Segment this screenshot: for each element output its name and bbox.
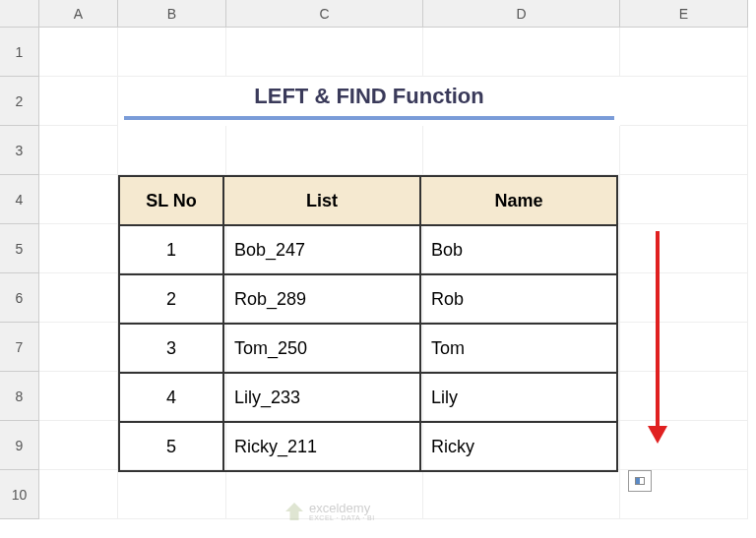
cell-list[interactable]: Lily_233: [223, 373, 420, 422]
cell-d3[interactable]: [423, 126, 620, 175]
header-sl[interactable]: SL No: [119, 176, 223, 225]
cell-d10[interactable]: [423, 470, 620, 519]
cell-b3[interactable]: [118, 126, 226, 175]
cell-c1[interactable]: [226, 28, 423, 77]
col-header-b[interactable]: B: [118, 0, 226, 28]
watermark: exceldemy EXCEL · DATA · BI: [285, 502, 375, 521]
cell-name[interactable]: Bob: [420, 225, 617, 274]
cell-a2[interactable]: [39, 77, 118, 126]
cell-e7[interactable]: [620, 323, 748, 372]
col-header-a[interactable]: A: [39, 0, 118, 28]
cell-c3[interactable]: [226, 126, 423, 175]
arrow-line-icon: [656, 231, 660, 428]
cell-a6[interactable]: [39, 273, 118, 323]
row-header-1[interactable]: 1: [0, 28, 39, 77]
autofill-inner-icon: [635, 477, 645, 485]
cell-a10[interactable]: [39, 470, 118, 519]
cell-e8[interactable]: [620, 372, 748, 421]
row-header-6[interactable]: 6: [0, 273, 39, 323]
row-header-10[interactable]: 10: [0, 470, 39, 519]
row-header-7[interactable]: 7: [0, 323, 39, 372]
row-header-9[interactable]: 9: [0, 421, 39, 470]
col-header-d[interactable]: D: [423, 0, 620, 28]
cell-b1[interactable]: [118, 28, 226, 77]
col-header-c[interactable]: C: [226, 0, 423, 28]
cell-name[interactable]: Lily: [420, 373, 617, 422]
watermark-tagline: EXCEL · DATA · BI: [309, 514, 375, 521]
col-header-e[interactable]: E: [620, 0, 748, 28]
cell-e6[interactable]: [620, 273, 748, 323]
cell-e4[interactable]: [620, 175, 748, 224]
cell-a7[interactable]: [39, 323, 118, 372]
cell-sl[interactable]: 3: [119, 324, 223, 373]
cell-a3[interactable]: [39, 126, 118, 175]
cell-e1[interactable]: [620, 28, 748, 77]
table-header-row: SL No List Name: [119, 176, 617, 225]
cell-name[interactable]: Rob: [420, 274, 617, 324]
corner-header: [0, 0, 39, 28]
cell-b10[interactable]: [118, 470, 226, 519]
cell-list[interactable]: Ricky_211: [223, 422, 420, 471]
table-row: 5 Ricky_211 Ricky: [119, 422, 617, 471]
arrow-head-icon: [648, 426, 667, 444]
cell-e5[interactable]: [620, 224, 748, 273]
table-row: 3 Tom_250 Tom: [119, 324, 617, 373]
table-row: 1 Bob_247 Bob: [119, 225, 617, 274]
data-table: SL No List Name 1 Bob_247 Bob 2 Rob_289 …: [118, 175, 618, 472]
cell-a8[interactable]: [39, 372, 118, 421]
row-header-3[interactable]: 3: [0, 126, 39, 175]
watermark-brand: exceldemy: [309, 502, 375, 514]
cell-name[interactable]: Tom: [420, 324, 617, 373]
cell-sl[interactable]: 1: [119, 225, 223, 274]
cell-a1[interactable]: [39, 28, 118, 77]
cell-list[interactable]: Rob_289: [223, 274, 420, 324]
cell-d1[interactable]: [423, 28, 620, 77]
table-row: 4 Lily_233 Lily: [119, 373, 617, 422]
cell-a5[interactable]: [39, 224, 118, 273]
table-row: 2 Rob_289 Rob: [119, 274, 617, 324]
cell-name[interactable]: Ricky: [420, 422, 617, 471]
row-header-4[interactable]: 4: [0, 175, 39, 224]
cell-e3[interactable]: [620, 126, 748, 175]
row-header-2[interactable]: 2: [0, 77, 39, 126]
cell-a9[interactable]: [39, 421, 118, 470]
autofill-options-icon[interactable]: [628, 470, 652, 492]
watermark-logo-icon: [285, 503, 303, 520]
cell-a4[interactable]: [39, 175, 118, 224]
cell-e9[interactable]: [620, 421, 748, 470]
header-name[interactable]: Name: [420, 176, 617, 225]
cell-list[interactable]: Tom_250: [223, 324, 420, 373]
cell-sl[interactable]: 4: [119, 373, 223, 422]
annotation-arrow: [648, 231, 667, 457]
row-header-5[interactable]: 5: [0, 224, 39, 273]
header-list[interactable]: List: [223, 176, 420, 225]
cell-sl[interactable]: 5: [119, 422, 223, 471]
cell-sl[interactable]: 2: [119, 274, 223, 324]
cell-e2[interactable]: [620, 77, 748, 126]
cell-list[interactable]: Bob_247: [223, 225, 420, 274]
row-header-8[interactable]: 8: [0, 372, 39, 421]
title-cell[interactable]: LEFT & FIND Function: [124, 77, 614, 120]
